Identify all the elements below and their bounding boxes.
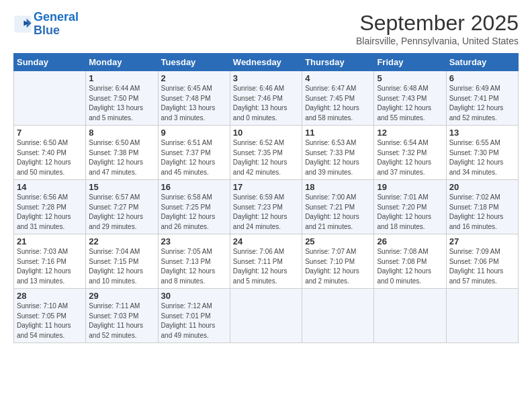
calendar-day-header: Sunday xyxy=(14,54,86,71)
day-info: Sunrise: 6:54 AM Sunset: 7:32 PM Dayligh… xyxy=(377,138,443,177)
day-number: 26 xyxy=(377,236,443,246)
calendar-cell: 21Sunrise: 7:03 AM Sunset: 7:16 PM Dayli… xyxy=(14,234,86,289)
calendar-day-header: Saturday xyxy=(446,54,518,71)
day-number: 14 xyxy=(17,182,83,192)
day-info: Sunrise: 6:46 AM Sunset: 7:46 PM Dayligh… xyxy=(233,84,299,123)
calendar-day-header: Wednesday xyxy=(230,54,302,71)
logo-icon xyxy=(13,15,32,34)
calendar-cell: 30Sunrise: 7:12 AM Sunset: 7:01 PM Dayli… xyxy=(158,289,230,343)
day-number: 13 xyxy=(449,128,515,138)
location-subtitle: Blairsville, Pennsylvania, United States xyxy=(356,36,519,46)
day-info: Sunrise: 7:02 AM Sunset: 7:18 PM Dayligh… xyxy=(449,193,515,232)
calendar-cell: 2Sunrise: 6:45 AM Sunset: 7:48 PM Daylig… xyxy=(158,71,230,126)
day-number: 12 xyxy=(377,128,443,138)
calendar-cell: 27Sunrise: 7:09 AM Sunset: 7:06 PM Dayli… xyxy=(446,234,518,289)
day-info: Sunrise: 7:01 AM Sunset: 7:20 PM Dayligh… xyxy=(377,193,443,232)
page: General Blue September 2025 Blairsville,… xyxy=(0,0,532,411)
calendar-cell: 18Sunrise: 7:00 AM Sunset: 7:21 PM Dayli… xyxy=(302,180,374,234)
calendar-cell: 1Sunrise: 6:44 AM Sunset: 7:50 PM Daylig… xyxy=(86,71,158,126)
day-number: 30 xyxy=(161,291,227,301)
day-number: 10 xyxy=(233,128,299,138)
day-number: 1 xyxy=(89,73,154,83)
day-number: 22 xyxy=(89,236,154,246)
calendar-cell: 13Sunrise: 6:55 AM Sunset: 7:30 PM Dayli… xyxy=(446,126,518,180)
calendar-cell: 17Sunrise: 6:59 AM Sunset: 7:23 PM Dayli… xyxy=(230,180,302,234)
calendar-cell: 24Sunrise: 7:06 AM Sunset: 7:11 PM Dayli… xyxy=(230,234,302,289)
day-info: Sunrise: 6:55 AM Sunset: 7:30 PM Dayligh… xyxy=(449,138,515,177)
day-number: 19 xyxy=(377,182,443,192)
day-info: Sunrise: 7:12 AM Sunset: 7:01 PM Dayligh… xyxy=(161,302,227,340)
calendar-cell: 8Sunrise: 6:50 AM Sunset: 7:38 PM Daylig… xyxy=(86,126,158,180)
calendar-week-row: 21Sunrise: 7:03 AM Sunset: 7:16 PM Dayli… xyxy=(14,234,519,289)
calendar-cell: 6Sunrise: 6:49 AM Sunset: 7:41 PM Daylig… xyxy=(446,71,518,126)
day-info: Sunrise: 7:04 AM Sunset: 7:15 PM Dayligh… xyxy=(89,247,154,286)
day-number: 7 xyxy=(17,128,83,138)
day-info: Sunrise: 6:56 AM Sunset: 7:28 PM Dayligh… xyxy=(17,193,83,232)
day-info: Sunrise: 6:58 AM Sunset: 7:25 PM Dayligh… xyxy=(161,193,227,232)
calendar-cell: 25Sunrise: 7:07 AM Sunset: 7:10 PM Dayli… xyxy=(302,234,374,289)
day-number: 27 xyxy=(449,236,515,246)
calendar-cell xyxy=(14,71,86,126)
calendar-day-header: Thursday xyxy=(302,54,374,71)
calendar-cell: 29Sunrise: 7:11 AM Sunset: 7:03 PM Dayli… xyxy=(86,289,158,343)
calendar-day-header: Monday xyxy=(86,54,158,71)
day-number: 23 xyxy=(161,236,227,246)
day-number: 21 xyxy=(17,236,83,246)
day-number: 3 xyxy=(233,73,299,83)
calendar-cell: 3Sunrise: 6:46 AM Sunset: 7:46 PM Daylig… xyxy=(230,71,302,126)
calendar-cell xyxy=(230,289,302,343)
day-info: Sunrise: 7:09 AM Sunset: 7:06 PM Dayligh… xyxy=(449,247,515,286)
calendar-cell: 15Sunrise: 6:57 AM Sunset: 7:27 PM Dayli… xyxy=(86,180,158,234)
day-number: 20 xyxy=(449,182,515,192)
day-number: 5 xyxy=(377,73,443,83)
day-number: 16 xyxy=(161,182,227,192)
calendar-cell: 16Sunrise: 6:58 AM Sunset: 7:25 PM Dayli… xyxy=(158,180,230,234)
day-info: Sunrise: 6:53 AM Sunset: 7:33 PM Dayligh… xyxy=(305,138,371,177)
logo-general: General xyxy=(34,10,79,24)
day-number: 11 xyxy=(305,128,371,138)
calendar-cell: 19Sunrise: 7:01 AM Sunset: 7:20 PM Dayli… xyxy=(374,180,446,234)
calendar-cell: 12Sunrise: 6:54 AM Sunset: 7:32 PM Dayli… xyxy=(374,126,446,180)
calendar-cell: 23Sunrise: 7:05 AM Sunset: 7:13 PM Dayli… xyxy=(158,234,230,289)
calendar-cell: 26Sunrise: 7:08 AM Sunset: 7:08 PM Dayli… xyxy=(374,234,446,289)
day-info: Sunrise: 7:08 AM Sunset: 7:08 PM Dayligh… xyxy=(377,247,443,286)
title-block: September 2025 Blairsville, Pennsylvania… xyxy=(356,11,519,46)
day-number: 17 xyxy=(233,182,299,192)
calendar-cell: 14Sunrise: 6:56 AM Sunset: 7:28 PM Dayli… xyxy=(14,180,86,234)
calendar-table: SundayMondayTuesdayWednesdayThursdayFrid… xyxy=(13,53,519,343)
month-title: September 2025 xyxy=(356,11,519,36)
day-info: Sunrise: 6:50 AM Sunset: 7:38 PM Dayligh… xyxy=(89,138,154,177)
day-info: Sunrise: 6:48 AM Sunset: 7:43 PM Dayligh… xyxy=(377,84,443,123)
calendar-day-header: Friday xyxy=(374,54,446,71)
calendar-cell: 22Sunrise: 7:04 AM Sunset: 7:15 PM Dayli… xyxy=(86,234,158,289)
calendar-week-row: 1Sunrise: 6:44 AM Sunset: 7:50 PM Daylig… xyxy=(14,71,519,126)
calendar-week-row: 7Sunrise: 6:50 AM Sunset: 7:40 PM Daylig… xyxy=(14,126,519,180)
day-number: 6 xyxy=(449,73,515,83)
day-number: 2 xyxy=(161,73,227,83)
day-info: Sunrise: 6:47 AM Sunset: 7:45 PM Dayligh… xyxy=(305,84,371,123)
calendar-cell: 28Sunrise: 7:10 AM Sunset: 7:05 PM Dayli… xyxy=(14,289,86,343)
calendar-cell: 5Sunrise: 6:48 AM Sunset: 7:43 PM Daylig… xyxy=(374,71,446,126)
calendar-cell: 9Sunrise: 6:51 AM Sunset: 7:37 PM Daylig… xyxy=(158,126,230,180)
day-info: Sunrise: 6:57 AM Sunset: 7:27 PM Dayligh… xyxy=(89,193,154,232)
day-info: Sunrise: 6:49 AM Sunset: 7:41 PM Dayligh… xyxy=(449,84,515,123)
calendar-cell: 11Sunrise: 6:53 AM Sunset: 7:33 PM Dayli… xyxy=(302,126,374,180)
calendar-cell: 20Sunrise: 7:02 AM Sunset: 7:18 PM Dayli… xyxy=(446,180,518,234)
day-info: Sunrise: 7:10 AM Sunset: 7:05 PM Dayligh… xyxy=(17,302,83,340)
day-number: 25 xyxy=(305,236,371,246)
calendar-header-row: SundayMondayTuesdayWednesdayThursdayFrid… xyxy=(14,54,519,71)
header: General Blue September 2025 Blairsville,… xyxy=(13,11,519,46)
day-info: Sunrise: 6:59 AM Sunset: 7:23 PM Dayligh… xyxy=(233,193,299,232)
calendar-cell: 4Sunrise: 6:47 AM Sunset: 7:45 PM Daylig… xyxy=(302,71,374,126)
day-info: Sunrise: 7:00 AM Sunset: 7:21 PM Dayligh… xyxy=(305,193,371,232)
calendar-cell xyxy=(302,289,374,343)
day-number: 8 xyxy=(89,128,154,138)
logo-text: General Blue xyxy=(34,11,79,38)
calendar-day-header: Tuesday xyxy=(158,54,230,71)
day-number: 4 xyxy=(305,73,371,83)
day-info: Sunrise: 6:50 AM Sunset: 7:40 PM Dayligh… xyxy=(17,138,83,177)
calendar-cell xyxy=(446,289,518,343)
day-number: 24 xyxy=(233,236,299,246)
day-number: 18 xyxy=(305,182,371,192)
day-number: 15 xyxy=(89,182,154,192)
